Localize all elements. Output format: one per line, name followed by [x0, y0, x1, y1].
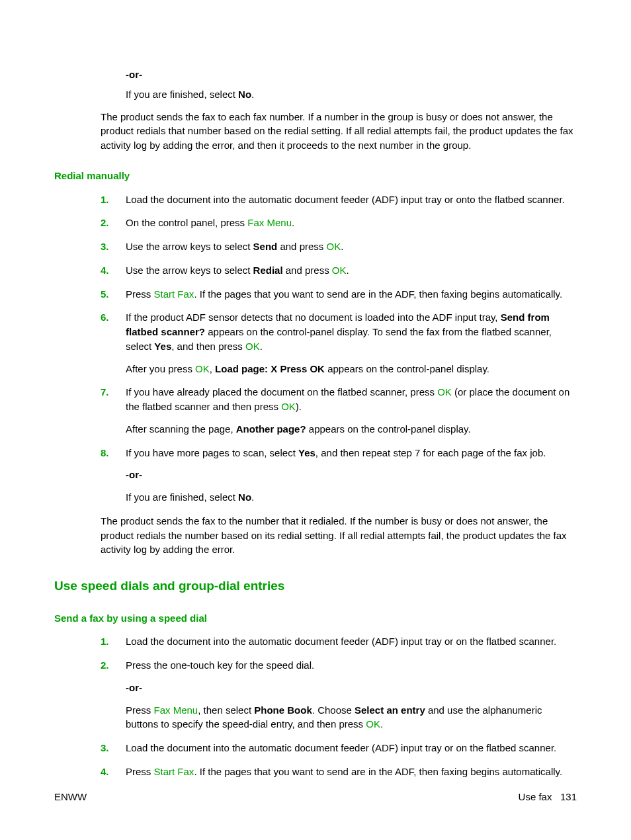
step-text: Press Start Fax. If the pages that you w… [126, 288, 562, 300]
step-4: 4. Use the arrow keys to select Redial a… [101, 263, 577, 278]
step-number: 3. [101, 741, 109, 755]
keyword-ok: OK [195, 363, 210, 374]
text: On the control panel, press [126, 217, 247, 228]
keyword-fax-menu: Fax Menu [247, 217, 292, 228]
text: . Choose [312, 704, 355, 716]
text: . [380, 718, 383, 730]
step-2-alt: Press Fax Menu, then select Phone Book. … [126, 703, 577, 732]
text: If you have already placed the document … [126, 386, 437, 398]
step-text: If you have more pages to scan, select Y… [126, 447, 546, 458]
step-number: 8. [101, 446, 109, 460]
text: , and then press [171, 341, 245, 352]
text: After scanning the page, [126, 423, 236, 435]
bold-select-entry: Select an entry [355, 704, 425, 716]
bold-load-page: Load page: X Press OK [215, 363, 325, 374]
step-text: Use the arrow keys to select Redial and … [126, 265, 349, 276]
step-8-finished: If you are finished, select No. [126, 490, 577, 505]
step-number: 1. [101, 634, 109, 649]
text: Use the arrow keys to select [126, 241, 253, 252]
footer-left: ENWW [54, 790, 87, 804]
step-number: 3. [101, 239, 109, 254]
keyword-ok: OK [326, 241, 341, 252]
text: and press [277, 241, 326, 252]
step-8: 8. If you have more pages to scan, selec… [101, 446, 577, 505]
step-number: 4. [101, 263, 109, 278]
text: . [251, 491, 254, 503]
heading-send-speed-dial: Send a fax by using a speed dial [54, 611, 577, 626]
speed-dial-steps: 1. Load the document into the automatic … [54, 634, 577, 778]
step-text: If you have already placed the document … [126, 386, 569, 412]
text: If you are finished, select [126, 89, 238, 100]
bold-another-page: Another page? [236, 423, 306, 435]
page: -or- If you are finished, select No. The… [0, 0, 631, 840]
step-text: Load the document into the automatic doc… [126, 194, 565, 205]
bold-send: Send [253, 241, 278, 252]
step-3: 3. Use the arrow keys to select Send and… [101, 239, 577, 254]
step-5: 5. Press Start Fax. If the pages that yo… [101, 287, 577, 302]
step-7: 7. If you have already placed the docume… [101, 385, 577, 436]
finished-line: If you are finished, select No. [126, 87, 577, 102]
step-6: 6. If the product ADF sensor detects tha… [101, 310, 577, 376]
text: ). [296, 401, 302, 412]
text: If you are finished, select [126, 491, 238, 503]
footer-page-number: 131 [560, 791, 577, 802]
text: . [341, 241, 343, 252]
keyword-ok: OK [332, 265, 347, 276]
text: appears on the control-panel display. [325, 363, 489, 374]
step-text: Use the arrow keys to select Send and pr… [126, 241, 343, 252]
keyword-ok: OK [437, 386, 452, 398]
text: If you have more pages to scan, select [126, 447, 298, 458]
bold-no: No [238, 491, 251, 503]
step-number: 4. [101, 765, 109, 779]
text: Press [126, 704, 154, 716]
step-4: 4. Press Start Fax. If the pages that yo… [101, 765, 577, 779]
or-separator: -or- [126, 67, 577, 82]
bold-yes: Yes [154, 341, 171, 352]
step-text: Load the document into the automatic doc… [126, 636, 556, 647]
step-text: If the product ADF sensor detects that n… [126, 312, 552, 352]
text: If the product ADF sensor detects that n… [126, 312, 501, 323]
footer-section: Use fax [519, 791, 552, 802]
keyword-start-fax: Start Fax [154, 288, 194, 300]
step-number: 7. [101, 385, 109, 399]
step-3: 3. Load the document into the automatic … [101, 741, 577, 755]
text: . [292, 217, 294, 228]
step-number: 1. [101, 192, 109, 207]
keyword-ok: OK [281, 401, 296, 412]
bold-phone-book: Phone Book [254, 704, 312, 716]
heading-speed-dials: Use speed dials and group-dial entries [54, 577, 577, 595]
step-text: Press the one-touch key for the speed di… [126, 659, 314, 671]
step-number: 5. [101, 287, 109, 302]
step-number: 2. [101, 216, 109, 230]
text: . [347, 265, 349, 276]
group-send-summary: The product sends the fax to each fax nu… [54, 110, 577, 153]
bold-yes: Yes [298, 447, 316, 458]
step-text: Press Start Fax. If the pages that you w… [126, 766, 562, 777]
keyword-ok: OK [366, 718, 380, 730]
text: Press [126, 288, 154, 300]
text: . [260, 341, 263, 352]
text: . If the pages that you want to send are… [194, 766, 562, 777]
or-separator: -or- [126, 468, 577, 482]
text: , [210, 363, 215, 374]
bold-redial: Redial [253, 265, 283, 276]
text: . [251, 89, 254, 100]
step-2: 2. Press the one-touch key for the speed… [101, 658, 577, 732]
text: , then select [198, 704, 254, 716]
text: After you press [126, 363, 195, 374]
redial-summary: The product sends the fax to the number … [54, 514, 577, 557]
text: , and then repeat step 7 for each page o… [316, 447, 546, 458]
step-7-after: After scanning the page, Another page? a… [126, 422, 577, 437]
footer-right: Use fax 131 [519, 790, 577, 804]
step-6-after: After you press OK, Load page: X Press O… [126, 362, 577, 376]
text: appears on the control-panel display. [306, 423, 471, 435]
step-text: Load the document into the automatic doc… [126, 742, 556, 753]
or-separator: -or- [126, 681, 577, 695]
redial-steps: 1. Load the document into the automatic … [54, 192, 577, 505]
step-text: On the control panel, press Fax Menu. [126, 217, 294, 228]
text: Use the arrow keys to select [126, 265, 253, 276]
text: . If the pages that you want to send are… [194, 288, 562, 300]
step-number: 2. [101, 658, 109, 673]
keyword-start-fax: Start Fax [154, 766, 194, 777]
step-1: 1. Load the document into the automatic … [101, 192, 577, 207]
